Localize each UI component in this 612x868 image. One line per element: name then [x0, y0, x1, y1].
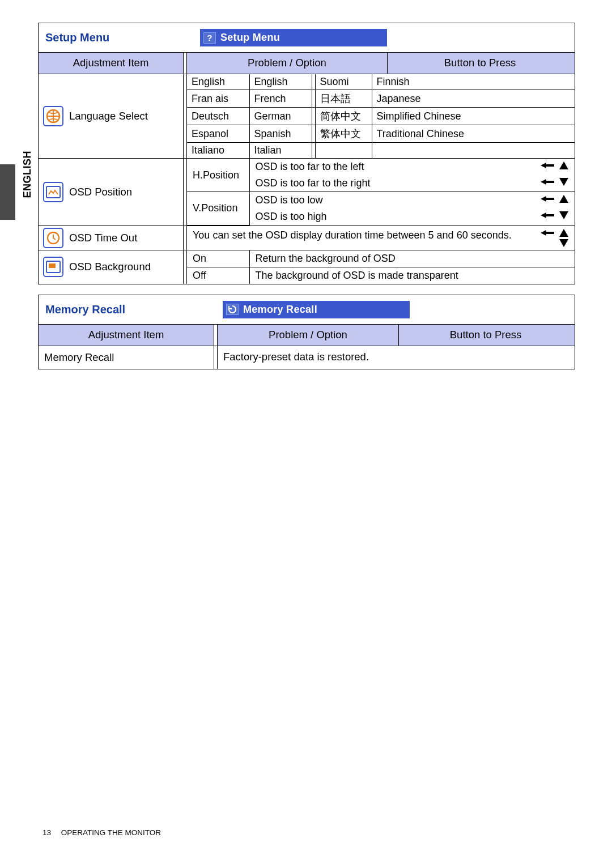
row-memory-recall: Memory Recall Factory-preset data is res…: [39, 346, 575, 369]
lang-en2: Finnish: [372, 74, 575, 90]
setup-menu-title: Setup Menu: [39, 31, 200, 44]
lang-native2: Suomi: [315, 74, 372, 90]
osd-timeout-desc: You can set the OSD display duration tim…: [187, 226, 524, 250]
svg-rect-4: [49, 263, 56, 268]
lang-native: English: [187, 74, 249, 90]
button-left-down: [535, 211, 569, 220]
button-left-down: [535, 177, 569, 186]
svg-rect-1: [46, 186, 60, 198]
lang-en: Spanish: [249, 125, 312, 143]
lang-native: Espanol: [187, 125, 249, 143]
lang-en2: Japanese: [372, 90, 575, 108]
language-side-label: ENGLISH: [22, 151, 33, 198]
section-title: OPERATING THE MONITOR: [61, 828, 161, 837]
header-button-to-press: Button to Press: [399, 325, 572, 346]
setup-menu-badge-label: Setup Menu: [220, 32, 280, 44]
osd-position-table: H.Position OSD is too far to the left OS…: [187, 159, 575, 225]
lang-en: English: [249, 74, 312, 90]
button-left-up: [535, 161, 569, 170]
setup-header-row: Adjustment Item Problem / Option Button …: [39, 53, 575, 74]
bg-on-val: Return the background of OSD: [249, 250, 575, 267]
osd-timeout-label: OSD Time Out: [69, 232, 137, 244]
memory-recall-block: Memory Recall Memory Recall Adjustment I…: [38, 295, 575, 369]
lang-native: Deutsch: [187, 108, 249, 125]
memory-recall-badge-label: Memory Recall: [243, 304, 317, 316]
bg-off-key: Off: [187, 267, 249, 284]
vposition-high: OSD is too high: [249, 209, 529, 225]
setup-menu-badge: ? Setup Menu: [200, 29, 387, 46]
row-language-select: Language Select English English Suomi Fi…: [39, 74, 575, 159]
lang-en2: Traditional Chinese: [372, 125, 575, 143]
button-left-up: [535, 194, 569, 203]
header-adjustment-item: Adjustment Item: [39, 325, 214, 346]
memory-recall-row-label: Memory Recall: [39, 346, 214, 369]
header-adjustment-item: Adjustment Item: [39, 53, 184, 74]
bg-off-val: The background of OSD is made transparen…: [249, 267, 575, 284]
row-osd-background: OSD Background On Return the background …: [39, 250, 575, 284]
clock-icon: [43, 228, 63, 248]
button-down: [529, 239, 569, 248]
button-left-up: [529, 228, 569, 237]
language-select-label: Language Select: [69, 110, 148, 122]
globe-icon: [43, 106, 63, 126]
osd-background-icon: [43, 257, 63, 277]
lang-en: German: [249, 108, 312, 125]
lang-native: Italiano: [187, 143, 249, 159]
page-footer: 13 OPERATING THE MONITOR: [42, 828, 161, 837]
vposition-label: V.Position: [187, 192, 249, 225]
lang-native: Fran ais: [187, 90, 249, 108]
side-tab: [0, 164, 15, 220]
osd-position-icon: [43, 182, 63, 202]
memory-recall-title: Memory Recall: [39, 303, 223, 316]
page-number: 13: [42, 828, 51, 837]
header-problem-option: Problem / Option: [187, 53, 388, 74]
osd-background-label: OSD Background: [69, 261, 151, 273]
row-osd-position: OSD Position H.Position OSD is too far t…: [39, 159, 575, 226]
osd-position-label: OSD Position: [69, 186, 132, 198]
header-problem-option: Problem / Option: [218, 325, 399, 346]
osd-background-table: On Return the background of OSD Off The …: [187, 250, 575, 284]
bg-on-key: On: [187, 250, 249, 267]
hposition-right: OSD is too far to the right: [249, 175, 529, 192]
recall-icon: [226, 304, 239, 315]
setup-menu-block: Setup Menu ? Setup Menu Adjustment Item …: [38, 23, 575, 284]
memory-recall-desc: Factory-preset data is restored.: [218, 346, 575, 369]
question-icon: ?: [203, 32, 216, 44]
recall-header-row: Adjustment Item Problem / Option Button …: [39, 325, 575, 346]
lang-en: French: [249, 90, 312, 108]
lang-native2: 繁体中文: [315, 125, 372, 143]
memory-recall-badge: Memory Recall: [223, 301, 410, 318]
lang-en2: Simplified Chinese: [372, 108, 575, 125]
vposition-low: OSD is too low: [249, 192, 529, 209]
hposition-label: H.Position: [187, 159, 249, 192]
language-table: English English Suomi Finnish Fran ais F…: [187, 74, 575, 158]
header-button-to-press: Button to Press: [388, 53, 572, 74]
hposition-left: OSD is too far to the left: [249, 159, 529, 175]
lang-native2: 日本語: [315, 90, 372, 108]
row-osd-timeout: OSD Time Out You can set the OSD display…: [39, 226, 575, 250]
lang-native2: 简体中文: [315, 108, 372, 125]
lang-en: Italian: [249, 143, 312, 159]
